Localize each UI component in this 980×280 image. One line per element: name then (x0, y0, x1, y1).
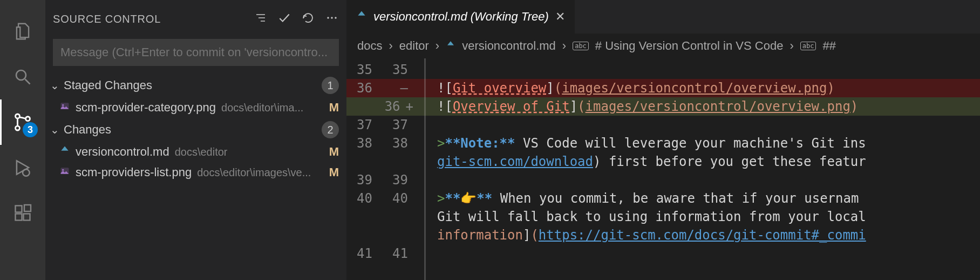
activity-explorer[interactable] (0, 9, 45, 54)
staged-count: 1 (322, 77, 339, 94)
activity-scm[interactable]: 3 (0, 99, 45, 145)
breadcrumb-item[interactable]: versioncontrol.md (462, 39, 556, 53)
svg-rect-8 (16, 214, 22, 221)
modified-status: M (329, 165, 339, 179)
changed-file[interactable]: versioncontrol.md docs\editor M (45, 142, 346, 162)
symbol-string-icon: abc (800, 42, 816, 50)
svg-point-0 (16, 70, 26, 80)
image-file-icon (59, 101, 70, 115)
chevron-right-icon: › (389, 39, 392, 53)
svg-point-3 (16, 126, 20, 130)
svg-rect-10 (24, 205, 31, 211)
symbol-string-icon: abc (573, 42, 589, 50)
tab-title: versioncontrol.md (Working Tree) (373, 10, 549, 24)
svg-rect-9 (24, 214, 30, 221)
section-changes[interactable]: ⌄ Changes 2 (45, 118, 346, 142)
markdown-file-icon (59, 145, 70, 159)
tab-bar: versioncontrol.md (Working Tree) ✕ (346, 0, 980, 34)
sidebar-title: SOURCE CONTROL (53, 13, 244, 25)
run-debug-icon (12, 157, 33, 178)
editor-area: versioncontrol.md (Working Tree) ✕ docs … (346, 0, 980, 280)
changed-file[interactable]: scm-providers-list.png docs\editor\image… (45, 162, 346, 183)
file-name: scm-provider-category.png (76, 101, 216, 115)
line-gutter: 353536—36+37373838393940404141 (346, 58, 418, 280)
chevron-down-icon: ⌄ (49, 79, 60, 92)
more-actions-icon[interactable] (325, 11, 339, 27)
breadcrumb-item[interactable]: ## (822, 39, 835, 53)
svg-point-15 (331, 17, 332, 18)
modified-status: M (329, 145, 339, 159)
file-path: docs\editor (175, 146, 228, 158)
chevron-right-icon: › (435, 39, 439, 53)
image-file-icon (59, 165, 70, 179)
code-lines: ![Git overview](images/versioncontrol/ov… (418, 58, 980, 280)
svg-rect-7 (16, 206, 22, 212)
file-name: versioncontrol.md (76, 145, 169, 159)
svg-line-1 (25, 79, 30, 84)
svg-point-16 (335, 17, 336, 18)
file-path: docs\editor\ima... (221, 102, 303, 114)
commit-message-input[interactable] (53, 39, 339, 66)
markdown-file-icon (446, 40, 455, 52)
activity-extensions[interactable] (0, 190, 45, 236)
view-tree-icon[interactable] (254, 11, 268, 27)
activity-search[interactable] (0, 54, 45, 99)
file-path: docs\editor\images\ve... (197, 166, 311, 179)
files-icon (12, 21, 33, 42)
staged-file[interactable]: scm-provider-category.png docs\editor\im… (45, 97, 346, 118)
commit-icon[interactable] (277, 11, 291, 28)
activity-debug[interactable] (0, 145, 45, 190)
tab-versioncontrol[interactable]: versioncontrol.md (Working Tree) ✕ (346, 0, 575, 34)
refresh-icon[interactable] (301, 11, 315, 27)
chevron-right-icon: › (562, 39, 566, 53)
svg-point-18 (62, 104, 64, 106)
activity-bar: 3 (0, 0, 45, 280)
svg-point-20 (62, 169, 64, 171)
chevron-down-icon: ⌄ (49, 123, 60, 136)
breadcrumb[interactable]: docs › editor › versioncontrol.md › abc … (346, 34, 980, 58)
section-label: Changes (64, 123, 111, 137)
file-name: scm-providers-list.png (76, 165, 192, 179)
breadcrumb-item[interactable]: docs (357, 39, 382, 53)
svg-point-4 (26, 117, 30, 121)
svg-point-2 (16, 114, 20, 118)
close-icon[interactable]: ✕ (555, 10, 565, 24)
section-staged[interactable]: ⌄ Staged Changes 1 (45, 74, 346, 97)
search-icon (13, 67, 32, 86)
svg-point-6 (23, 169, 30, 176)
changes-count: 2 (322, 121, 339, 138)
svg-point-14 (327, 17, 329, 18)
diff-editor[interactable]: 353536—36+37373838393940404141 ![Git ove… (346, 58, 980, 280)
chevron-right-icon: › (790, 39, 793, 53)
scm-badge: 3 (23, 122, 38, 137)
section-label: Staged Changes (64, 78, 152, 92)
modified-status: M (329, 101, 339, 115)
sidebar-header: SOURCE CONTROL (45, 4, 346, 34)
source-control-panel: SOURCE CONTROL ⌄ Staged Changes 1 scm-pr… (45, 0, 346, 280)
breadcrumb-item[interactable]: # Using Version Control in VS Code (595, 39, 784, 53)
extensions-icon (13, 203, 32, 223)
markdown-file-icon (356, 10, 367, 24)
breadcrumb-item[interactable]: editor (399, 39, 429, 53)
